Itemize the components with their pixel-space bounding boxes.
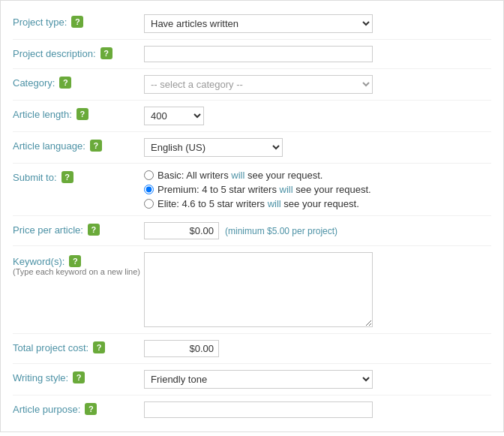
price-per-article-input-col: $0.00 (minimum $5.00 per project) <box>144 222 491 239</box>
form-container: Project type: ? Have articles written Ha… <box>0 0 504 432</box>
submit-elite-option: Elite: 4.6 to 5 star writers will see yo… <box>144 198 371 209</box>
article-length-input-col: 400 300 500 600 700 800 <box>144 107 491 125</box>
total-project-cost-input[interactable]: $0.00 <box>144 340 219 357</box>
submit-premium-label: Premium: 4 to 5 star writers will see yo… <box>158 184 371 195</box>
submit-premium-option: Premium: 4 to 5 star writers will see yo… <box>144 184 371 195</box>
project-description-label-col: Project description: ? <box>13 46 144 59</box>
total-project-cost-label: Total project cost: <box>13 342 88 353</box>
writing-style-label-col: Writing style: ? <box>13 370 144 383</box>
category-help-icon[interactable]: ? <box>59 77 71 89</box>
total-project-cost-help-icon[interactable]: ? <box>93 341 105 353</box>
submit-basic-label: Basic: All writers will see your request… <box>158 170 322 181</box>
price-per-article-label-col: Price per article: ? <box>13 222 144 236</box>
project-type-row: Project type: ? Have articles written Ha… <box>13 8 491 40</box>
article-language-label: Article language: <box>13 140 86 152</box>
keywords-row: Keyword(s): ? (Type each keyword on a ne… <box>13 246 491 334</box>
keywords-input-col <box>144 252 491 327</box>
article-language-input-col: English (US) English (UK) Spanish French <box>144 138 491 157</box>
keywords-label-wrapper: Keyword(s): ? <box>13 255 81 267</box>
elite-highlight: will <box>268 198 281 209</box>
price-per-article-row: Price per article: ? $0.00 (minimum $5.0… <box>13 216 491 246</box>
writing-style-row: Writing style: ? Friendly tone Formal to… <box>13 364 491 395</box>
submit-options: Basic: All writers will see your request… <box>144 170 371 209</box>
submit-elite-label: Elite: 4.6 to 5 star writers will see yo… <box>158 198 359 209</box>
article-length-label-col: Article length: ? <box>13 107 144 120</box>
article-language-label-col: Article language: ? <box>13 138 144 152</box>
category-input-col: -- select a category -- <box>144 75 491 94</box>
article-length-help-icon[interactable]: ? <box>76 108 88 120</box>
keywords-help-icon[interactable]: ? <box>69 255 81 267</box>
project-description-input-col <box>144 46 491 62</box>
submit-to-input-col: Basic: All writers will see your request… <box>144 170 491 209</box>
premium-highlight: will <box>280 184 293 195</box>
article-length-select[interactable]: 400 300 500 600 700 800 <box>144 107 204 125</box>
keywords-textarea[interactable] <box>144 252 373 327</box>
article-length-row: Article length: ? 400 300 500 600 700 80… <box>13 101 491 132</box>
submit-basic-radio[interactable] <box>144 170 154 180</box>
keywords-label: Keyword(s): <box>13 256 64 267</box>
price-hint: (minimum $5.00 per project) <box>225 226 338 236</box>
price-per-article-label: Price per article: <box>13 224 83 236</box>
price-per-article-help-icon[interactable]: ? <box>88 224 100 236</box>
writing-style-input-col: Friendly tone Formal tone Casual tone Pe… <box>144 370 491 389</box>
submit-to-row: Submit to: ? Basic: All writers will see… <box>13 164 491 216</box>
project-type-help-icon[interactable]: ? <box>71 16 83 28</box>
basic-highlight: will <box>231 170 244 181</box>
keywords-sublabel: (Type each keyword on a new line) <box>13 267 140 276</box>
project-description-label: Project description: <box>13 48 96 59</box>
article-purpose-row: Article purpose: ? <box>13 395 491 424</box>
category-label: Category: <box>13 77 55 89</box>
writing-style-label: Writing style: <box>13 372 68 383</box>
total-project-cost-row: Total project cost: ? $0.00 <box>13 334 491 364</box>
project-description-input[interactable] <box>144 46 373 62</box>
article-language-row: Article language: ? English (US) English… <box>13 132 491 164</box>
project-type-label: Project type: <box>13 17 67 28</box>
submit-to-help-icon[interactable]: ? <box>62 171 74 183</box>
category-label-col: Category: ? <box>13 75 144 89</box>
project-description-row: Project description: ? <box>13 40 491 69</box>
submit-premium-radio[interactable] <box>144 185 154 194</box>
submit-to-label: Submit to: <box>13 172 57 183</box>
total-project-cost-input-col: $0.00 <box>144 340 491 357</box>
article-length-label: Article length: <box>13 109 72 120</box>
submit-elite-radio[interactable] <box>144 199 154 209</box>
project-type-input-col: Have articles written Have blog posts wr… <box>144 14 491 33</box>
article-purpose-input-col <box>144 401 491 418</box>
article-purpose-label-col: Article purpose: ? <box>13 401 144 415</box>
article-language-help-icon[interactable]: ? <box>90 140 102 152</box>
keywords-label-col: Keyword(s): ? (Type each keyword on a ne… <box>13 252 144 276</box>
writing-style-select[interactable]: Friendly tone Formal tone Casual tone Pe… <box>144 370 373 389</box>
category-select[interactable]: -- select a category -- <box>144 75 373 94</box>
project-type-label-col: Project type: ? <box>13 14 144 28</box>
submit-basic-option: Basic: All writers will see your request… <box>144 170 371 181</box>
article-language-select[interactable]: English (US) English (UK) Spanish French <box>144 138 283 157</box>
article-purpose-input[interactable] <box>144 401 373 418</box>
article-purpose-help-icon[interactable]: ? <box>85 403 97 415</box>
submit-to-label-col: Submit to: ? <box>13 170 144 183</box>
article-purpose-label: Article purpose: <box>13 404 80 415</box>
project-description-help-icon[interactable]: ? <box>100 47 112 59</box>
total-project-cost-label-col: Total project cost: ? <box>13 340 144 353</box>
project-type-select[interactable]: Have articles written Have blog posts wr… <box>144 14 373 33</box>
writing-style-help-icon[interactable]: ? <box>73 371 85 383</box>
price-per-article-input[interactable]: $0.00 <box>144 222 219 239</box>
category-row: Category: ? -- select a category -- <box>13 69 491 101</box>
